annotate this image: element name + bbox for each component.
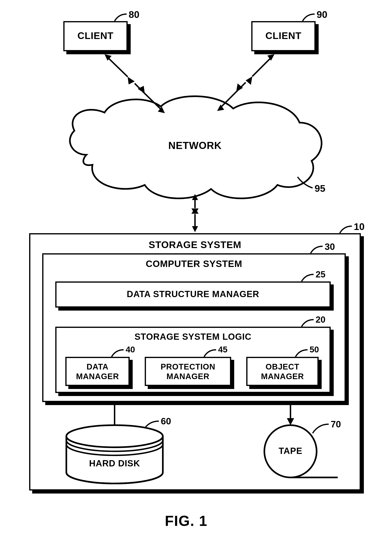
ref-70: 70 xyxy=(331,419,341,430)
ref-hook-70 xyxy=(313,424,329,433)
figure-label: FIG. 1 xyxy=(165,513,207,529)
